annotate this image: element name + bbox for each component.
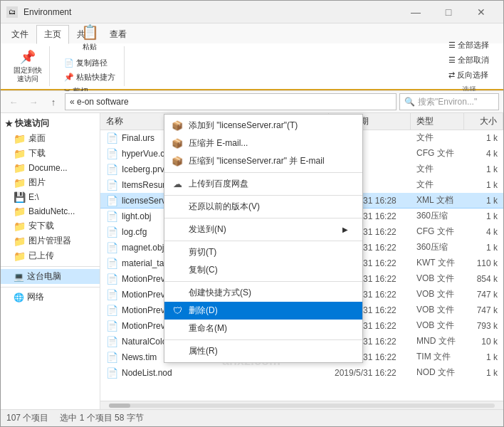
ribbon: 文件 主页 共享 查看 📌 固定到快速访问 📋 粘贴 (1, 23, 503, 91)
sidebar-item-network[interactable]: 🌐 网络 (1, 290, 100, 305)
scrollbar-track (109, 404, 495, 408)
deselect-all-button[interactable]: ☰ 全部取消 (444, 53, 493, 67)
ctx-delete[interactable]: 🛡 删除(D) (164, 302, 362, 320)
select-all-icon: ☰ (448, 41, 456, 50)
sidebar-item-picmanager[interactable]: 📁 图片管理器 (1, 233, 100, 248)
up-button[interactable]: ↑ (45, 93, 62, 110)
ctx-restore[interactable]: 还原以前的版本(V) (164, 198, 362, 216)
paste-shortcut-button[interactable]: 📌 粘贴快捷方 (60, 70, 120, 84)
sidebar-item-uploaded[interactable]: 📁 已上传 (1, 248, 100, 263)
back-button[interactable]: ← (5, 93, 22, 110)
file-icon: 📄 (106, 195, 118, 206)
file-type: 文件 (411, 162, 464, 176)
window-title: Environment (23, 7, 399, 17)
ctx-compress-rar-email[interactable]: 📦 压缩到 "licenseServer.rar" 并 E-mail (164, 152, 362, 170)
ctx-rename-label: 重命名(M) (189, 322, 227, 334)
close-button[interactable]: ✕ (465, 1, 498, 23)
address-box[interactable]: « e-on software (65, 93, 397, 110)
col-size[interactable]: 大小 (464, 113, 503, 130)
network-icon: 🌐 (14, 292, 24, 302)
sidebar-label-baidu: BaiduNetc... (28, 206, 75, 216)
file-date: 2019/5/31 16:22 (329, 367, 411, 379)
sidebar: ★ 快速访问 📁 桌面 📁 下载 📁 Docume... 📁 图片 (1, 113, 100, 409)
sidebar-label-picmanager: 图片管理器 (28, 235, 71, 247)
file-size: 747 k (464, 304, 503, 317)
ctx-properties-icon (172, 346, 183, 357)
ctx-rename[interactable]: 重命名(M) (164, 320, 362, 337)
file-icon: 📄 (106, 211, 118, 222)
deselect-all-label: 全部取消 (458, 55, 489, 65)
file-row[interactable]: 📄NodeList.nod 2019/5/31 16:22 NOD 文件 1 k (100, 365, 503, 381)
sidebar-item-edrive[interactable]: 💾 E:\ (1, 190, 100, 204)
folder-icon: 📁 (14, 236, 26, 247)
sidebar-item-anxz[interactable]: 📁 安下载 (1, 218, 100, 233)
file-size: 1 k (464, 179, 503, 191)
sidebar-item-documents[interactable]: 📁 Docume... (1, 161, 100, 175)
sidebar-section-quickaccess: ★ 快速访问 📁 桌面 📁 下载 📁 Docume... 📁 图片 (1, 116, 100, 263)
sidebar-label-downloads: 下载 (28, 147, 46, 159)
file-icon: 📄 (106, 305, 118, 316)
pin-button[interactable]: 📌 固定到快速访问 (11, 48, 45, 85)
tab-home[interactable]: 主页 (36, 25, 69, 44)
sidebar-label-uploaded: 已上传 (28, 250, 54, 262)
file-size: 1 k (464, 241, 503, 254)
maximize-button[interactable]: □ (432, 1, 465, 23)
ribbon-group-clipboard: 📋 粘贴 📄 复制路径 📌 粘贴快捷方 ✂ 剪切 (56, 46, 125, 86)
file-name: Final.urs (122, 133, 154, 143)
file-type: 360压缩 (411, 209, 464, 223)
minimize-button[interactable]: — (399, 1, 432, 23)
search-icon: 🔍 (404, 97, 415, 107)
select-all-button[interactable]: ☰ 全部选择 (444, 38, 493, 52)
sidebar-item-pictures[interactable]: 📁 图片 (1, 175, 100, 190)
ctx-compress-email[interactable]: 📦 压缩并 E-mail... (164, 135, 362, 152)
ctx-sendto[interactable]: 发送到(N) ▶ (164, 221, 362, 238)
copy-path-button[interactable]: 📄 复制路径 (60, 56, 120, 70)
paste-shortcut-label: 粘贴快捷方 (76, 72, 115, 83)
file-type: VOB 文件 (411, 318, 464, 333)
sidebar-item-downloads[interactable]: 📁 下载 (1, 146, 100, 161)
ctx-add-rar[interactable]: 📦 添加到 "licenseServer.rar"(T) (164, 117, 362, 135)
file-name: NodeList.nod (122, 368, 172, 378)
ctx-upload-baidu[interactable]: ☁ 上传到百度网盘 (164, 175, 362, 193)
sidebar-label-edrive: E:\ (28, 192, 39, 202)
pin-label: 固定到快速访问 (14, 66, 42, 83)
file-size: 1 k (464, 351, 503, 364)
sidebar-item-baidu[interactable]: 📁 BaiduNetc... (1, 204, 100, 218)
ctx-create-shortcut[interactable]: 创建快捷方式(S) (164, 284, 362, 302)
tab-view[interactable]: 查看 (102, 25, 135, 43)
file-icon: 📄 (106, 367, 118, 379)
file-type: TIM 文件 (411, 349, 464, 364)
ctx-upload-baidu-label: 上传到百度网盘 (189, 178, 248, 190)
sidebar-label-thispc: 这台电脑 (27, 270, 61, 283)
file-icon: 📄 (106, 179, 118, 191)
file-type: MND 文件 (411, 334, 464, 349)
sidebar-item-desktop[interactable]: 📁 桌面 (1, 131, 100, 146)
file-size: 4 k (464, 226, 503, 238)
ctx-compress-rar-email-label: 压缩到 "licenseServer.rar" 并 E-mail (189, 155, 325, 167)
ctx-create-shortcut-label: 创建快捷方式(S) (189, 287, 251, 299)
ctx-sendto-arrow: ▶ (342, 226, 348, 233)
sidebar-header-quickaccess[interactable]: ★ 快速访问 (1, 116, 100, 131)
sidebar-item-thispc[interactable]: 💻 这台电脑 (1, 269, 100, 284)
ribbon-group-pin: 📌 固定到快速访问 (6, 46, 50, 86)
scrollbar-thumb[interactable] (109, 404, 130, 408)
ctx-cut[interactable]: 剪切(T) (164, 243, 362, 261)
tab-file[interactable]: 文件 (4, 25, 36, 43)
invert-selection-button[interactable]: ⇄ 反向选择 (444, 68, 493, 82)
file-size: 110 k (464, 257, 503, 270)
file-icon: 📄 (106, 164, 118, 175)
file-icon: 📄 (106, 132, 118, 144)
folder-icon: 📁 (14, 148, 26, 159)
ctx-properties[interactable]: 属性(R) (164, 342, 362, 360)
horizontal-scrollbar[interactable] (100, 401, 503, 409)
forward-button[interactable]: → (25, 93, 42, 110)
ctx-rename-icon (172, 323, 183, 334)
col-type[interactable]: 类型 (411, 113, 464, 130)
paste-button[interactable]: 📋 粘贴 (77, 22, 103, 53)
file-type: CFG 文件 (411, 146, 464, 161)
ctx-copy-label: 复制(C) (189, 264, 218, 276)
file-type: XML 文档 (411, 193, 464, 208)
search-box[interactable]: 🔍 搜索"Environ..." (399, 93, 499, 110)
ctx-delete-label: 删除(D) (189, 305, 218, 317)
ctx-copy[interactable]: 复制(C) (164, 261, 362, 279)
